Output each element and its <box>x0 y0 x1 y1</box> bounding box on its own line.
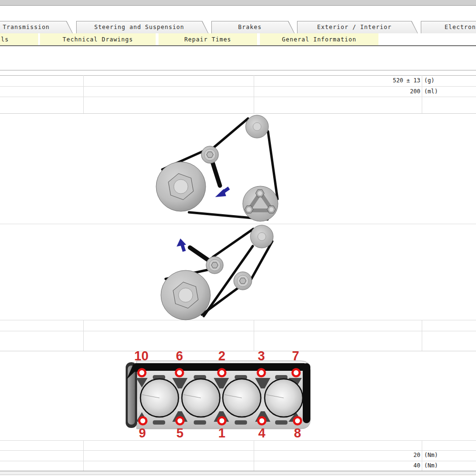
subtab-general-information[interactable]: General Information <box>260 33 378 45</box>
tab-electronics[interactable]: Electron <box>421 21 476 33</box>
guide-pulley <box>234 272 252 290</box>
guide-bolt-hex <box>239 278 246 284</box>
bolt-number: 2 <box>218 349 225 363</box>
spec-value: 200 <box>333 88 420 95</box>
bolt-marker <box>218 417 226 425</box>
tab-steering-and-suspension[interactable]: Steering and Suspension <box>76 21 208 33</box>
column-line <box>254 320 254 351</box>
column-line <box>254 75 254 113</box>
tab-brakes[interactable]: Brakes <box>211 21 295 33</box>
subtab-label: ls <box>1 36 9 43</box>
subtab-label: General Information <box>282 36 356 43</box>
tab-transmission[interactable]: Transmission <box>0 21 73 33</box>
subtab-clipped[interactable]: ls <box>0 33 38 45</box>
row-line <box>0 320 476 320</box>
bolt-marker <box>293 369 300 377</box>
spec-value: 40 <box>333 462 420 469</box>
spec-value: 520 ± 13 <box>333 77 420 84</box>
spec-unit: (Nm) <box>424 462 438 469</box>
bolt-number: 6 <box>176 349 183 363</box>
bolt-number: 1 <box>218 426 225 440</box>
idler-pulley <box>246 115 268 138</box>
title-bar <box>0 0 476 6</box>
belt-routing-diagram-top <box>0 113 476 224</box>
tensioner-bolt-hex <box>211 262 218 268</box>
subtab-repair-times[interactable]: Repair Times <box>159 33 257 45</box>
column-line <box>422 75 422 113</box>
spec-value: 20 <box>333 452 420 458</box>
belt-routing-diagram-bottom <box>0 224 476 320</box>
row-line <box>0 86 476 87</box>
divider <box>0 75 476 76</box>
bolt-number: 4 <box>258 426 265 440</box>
tab-label: Electron <box>421 24 476 30</box>
subtab-label: Repair Times <box>184 36 231 43</box>
bolt-marker <box>258 417 266 425</box>
footer-band <box>0 471 476 475</box>
tab-label: Transmission <box>3 24 56 30</box>
spec-unit: (g) <box>424 77 435 84</box>
row-line <box>0 97 476 97</box>
divider <box>0 70 476 70</box>
tab-exterior-interior[interactable]: Exterior / Interior <box>297 21 418 33</box>
tension-direction-arrow-icon <box>215 188 229 197</box>
crankshaft-pulley <box>161 270 210 320</box>
bolt-number: 3 <box>258 349 265 363</box>
divider <box>0 45 476 46</box>
divider <box>0 475 476 475</box>
tensioner-bolt-hex <box>207 152 213 158</box>
bolt-marker <box>177 417 184 425</box>
column-line <box>422 440 422 471</box>
tension-direction-arrow-icon <box>177 238 186 251</box>
bolt-number: 10 <box>134 349 149 363</box>
tab-label: Exterior / Interior <box>317 24 397 30</box>
bolt-number: 5 <box>176 426 183 440</box>
cylinder-head-torque-diagram: 10 6 2 3 7 9 5 1 4 8 <box>119 351 319 441</box>
column-line <box>83 440 84 471</box>
tab-label: Brakes <box>238 24 268 30</box>
bolt-marker <box>218 369 226 377</box>
belt-segment <box>214 119 248 147</box>
bolt-number: 7 <box>292 349 299 363</box>
bolt-number: 9 <box>139 426 146 440</box>
app-window: Transmission Steering and Suspension Bra… <box>0 0 476 476</box>
spec-unit: (ml) <box>424 88 438 95</box>
row-line <box>0 461 476 461</box>
subtab-technical-drawings[interactable]: Technical Drawings <box>40 33 156 45</box>
bolt-marker <box>139 369 146 377</box>
tab-label: Steering and Suspension <box>94 24 190 30</box>
row-line <box>0 450 476 451</box>
bolt-marker <box>258 369 265 377</box>
column-line <box>83 75 84 113</box>
crankshaft-pulley <box>156 162 206 211</box>
bolt-number: 8 <box>294 426 301 440</box>
bolt-marker <box>176 369 183 377</box>
column-line <box>422 320 422 351</box>
spec-unit: (Nm) <box>424 452 438 458</box>
column-line <box>83 320 84 351</box>
column-line <box>254 440 254 471</box>
bolt-marker <box>294 417 301 425</box>
pump-pulley <box>243 186 278 221</box>
subtab-label: Technical Drawings <box>62 36 133 43</box>
idler-pulley <box>250 225 273 248</box>
row-line <box>0 331 476 331</box>
bolt-marker <box>139 417 147 425</box>
